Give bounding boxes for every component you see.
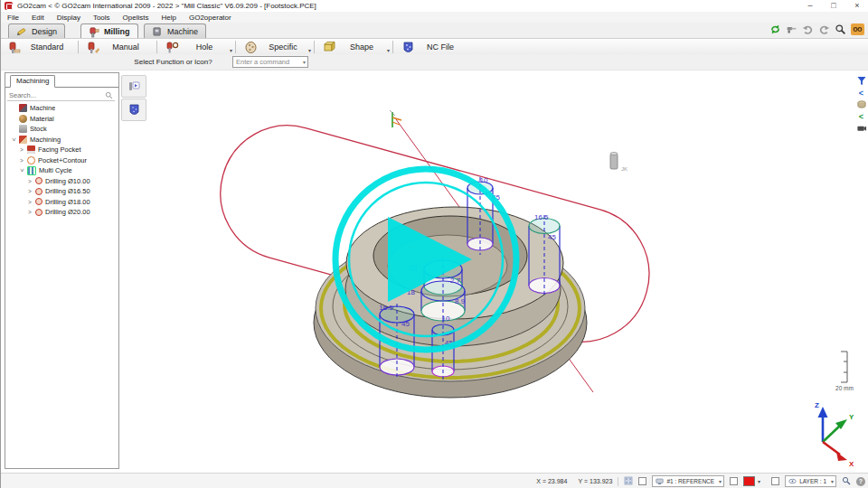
search-icon xyxy=(105,91,113,99)
tree-item-pocket-contour[interactable]: > Pocket+Contour xyxy=(5,155,118,166)
dim-label: 8.9 xyxy=(455,297,466,305)
color-swatch[interactable] xyxy=(743,476,755,486)
tree-item-facing-pocket[interactable]: > Facing Pocket xyxy=(5,145,118,155)
tree-item-machining[interactable]: > Machining xyxy=(5,135,118,145)
filter-button[interactable] xyxy=(855,76,867,86)
close-button[interactable]: × xyxy=(845,0,868,12)
shape-button[interactable]: Shape xyxy=(316,40,392,54)
maximize-button[interactable]: □ xyxy=(822,0,845,12)
eye-icon xyxy=(788,478,797,484)
command-input[interactable]: Enter a command xyxy=(232,56,308,68)
multi-cycle-icon xyxy=(27,166,36,175)
milling-icon xyxy=(89,26,100,38)
nc-file-icon xyxy=(401,41,415,54)
facing-pocket-icon xyxy=(27,145,35,154)
expand-arrow[interactable]: > xyxy=(19,146,24,153)
tree-item-drilling-10[interactable]: > Drilling Ø10.00 xyxy=(5,176,118,187)
tab-design[interactable]: Design xyxy=(8,23,65,38)
standard-button[interactable]: Standard xyxy=(1,40,77,54)
expand-arrow[interactable]: > xyxy=(19,168,25,174)
menu-opelists[interactable]: Opelists xyxy=(117,14,156,22)
dim-label: 16.5 xyxy=(379,304,393,312)
camera-button[interactable] xyxy=(855,123,867,133)
zoom-icon[interactable] xyxy=(835,23,846,35)
tree-item-material[interactable]: Material xyxy=(5,114,118,125)
collapse-blue-button[interactable]: < xyxy=(855,88,867,98)
specific-button[interactable]: Specific xyxy=(237,40,313,54)
menu-display[interactable]: Display xyxy=(51,14,87,22)
reference-checkbox[interactable] xyxy=(638,477,646,485)
dim-label: 45 xyxy=(401,320,410,328)
toolbar-separator xyxy=(392,41,393,53)
help-icon[interactable]: ? xyxy=(856,477,865,486)
layer-checkbox[interactable] xyxy=(771,477,779,485)
specific-label: Specific xyxy=(262,42,304,52)
view-side-toolbar: < < xyxy=(855,76,867,133)
menu-help[interactable]: Help xyxy=(156,14,183,22)
refresh-icon[interactable] xyxy=(769,23,781,35)
tree-item-machine[interactable]: Machine xyxy=(5,103,118,114)
pointer-tool-icon[interactable] xyxy=(786,23,797,35)
expand-arrow[interactable]: > xyxy=(27,188,33,194)
specific-icon xyxy=(244,41,258,54)
zoom-layer-icon[interactable] xyxy=(842,476,851,486)
design-icon xyxy=(16,25,28,37)
search-input[interactable] xyxy=(7,91,105,99)
expand-arrow[interactable]: > xyxy=(27,178,33,184)
machining-tree: Machine Material Stock > Machining > Fac… xyxy=(5,103,118,218)
tool-label: JK xyxy=(621,166,627,172)
menu-edit[interactable]: Edit xyxy=(25,14,51,22)
manual-button[interactable]: Manual xyxy=(80,40,156,54)
reference-select[interactable]: #1 : REFERENCE xyxy=(652,475,724,487)
tab-milling[interactable]: Milling xyxy=(80,23,138,39)
tree-item-drilling-20[interactable]: > Drilling Ø20.00 xyxy=(5,207,118,218)
expand-arrow[interactable]: > xyxy=(19,157,24,164)
axis-y-label: Y xyxy=(849,413,854,421)
layer-select[interactable]: LAYER : 1 xyxy=(785,475,836,487)
color-checkbox[interactable] xyxy=(730,477,738,485)
drilling-icon xyxy=(35,188,42,195)
menu-file[interactable]: File xyxy=(1,14,25,22)
dim-label: 16.5 xyxy=(534,213,549,221)
hole-button[interactable]: Hole xyxy=(158,40,234,54)
command-prompt-label: Select Function or Icon? xyxy=(121,58,225,66)
machining-icon xyxy=(19,136,27,144)
reference-value: #1 : REFERENCE xyxy=(666,478,714,484)
drilling-icon xyxy=(35,177,42,184)
nc-file-label: NC File xyxy=(420,42,461,52)
window-title: GO2cam < © GO2cam International 2009 - 2… xyxy=(17,2,316,10)
part-view-button[interactable] xyxy=(855,99,867,109)
redo-icon[interactable] xyxy=(818,23,830,35)
x-coordinate: X = 23.984 xyxy=(527,478,567,484)
toolbar-separator xyxy=(235,41,236,53)
tree-item-multi-cycle[interactable]: > Multi Cycle xyxy=(5,165,118,176)
menu-go2operator[interactable]: GO2operator xyxy=(183,14,238,22)
tree-item-drilling-18[interactable]: > Drilling Ø18.00 xyxy=(5,197,118,208)
tree-item-stock[interactable]: Stock xyxy=(5,124,118,135)
simulation-button[interactable] xyxy=(121,75,146,98)
expand-arrow[interactable]: > xyxy=(27,209,33,215)
tab-machining-panel[interactable]: Machining xyxy=(10,75,55,88)
title-bar: GO2cam < © GO2cam International 2009 - 2… xyxy=(1,0,868,13)
search-box[interactable] xyxy=(7,89,115,101)
minimize-button[interactable]: – xyxy=(798,0,822,12)
stock-view-button[interactable] xyxy=(121,99,146,121)
machining-panel: Machining Machine Material Stock > Machi… xyxy=(5,72,119,469)
hole-label: Hole xyxy=(184,42,225,52)
nc-file-button[interactable]: NC File xyxy=(394,40,470,54)
expand-arrow[interactable]: > xyxy=(11,136,17,142)
manual-icon xyxy=(87,41,100,54)
viewport-canvas[interactable]: 10 45 16.5 45 20 2.7 18 8.9 16.5 45 10 4… xyxy=(1,0,868,488)
undo-icon[interactable] xyxy=(802,23,814,35)
axis-z-label: Z xyxy=(815,401,819,409)
tree-item-drilling-16-5[interactable]: > Drilling Ø16.50 xyxy=(5,186,118,197)
menu-tools[interactable]: Tools xyxy=(87,14,117,22)
tab-machine[interactable]: Machine xyxy=(144,23,206,38)
command-row: Select Function or Icon? Enter a command xyxy=(1,54,868,70)
grid-icon[interactable] xyxy=(624,476,633,486)
expand-arrow[interactable]: > xyxy=(27,199,33,205)
collapse-green-button[interactable]: < xyxy=(855,111,867,121)
tab-machine-label: Machine xyxy=(167,27,198,36)
drilling-icon xyxy=(35,209,42,216)
go2-glasses-icon[interactable] xyxy=(851,23,864,35)
